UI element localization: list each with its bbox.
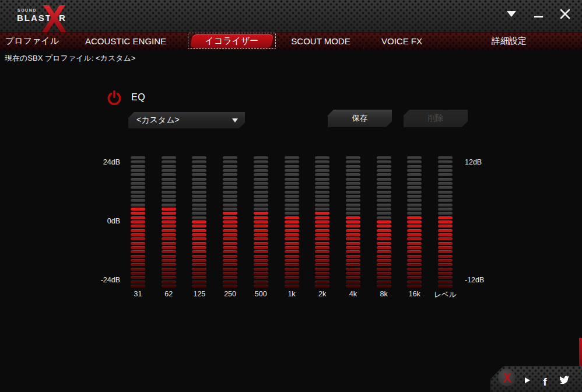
- tab-voice-fx[interactable]: VOICE FX: [365, 33, 439, 50]
- eq-band-slider-62[interactable]: [162, 156, 176, 289]
- tab-イコライザー[interactable]: イコライザー: [187, 33, 276, 50]
- eq-segment-lit: [223, 259, 237, 262]
- eq-band-slider-16k[interactable]: [407, 156, 422, 289]
- eq-segment-lit: [315, 225, 329, 228]
- eq-segment-lit: [192, 285, 206, 288]
- eq-segment-unlit: [438, 199, 453, 202]
- eq-segment-lit: [315, 281, 329, 284]
- eq-segment-lit: [438, 242, 453, 245]
- eq-band-slider-250[interactable]: [223, 156, 237, 289]
- eq-segment-lit: [131, 263, 145, 266]
- eq-segment-unlit: [438, 212, 453, 215]
- eq-segment-lit: [285, 220, 299, 223]
- facebook-icon[interactable]: f: [538, 373, 552, 387]
- eq-segment-unlit: [377, 156, 391, 159]
- eq-band-slider-500[interactable]: [254, 156, 268, 289]
- save-button[interactable]: 保存: [328, 110, 392, 127]
- eq-band-slider-1k[interactable]: [285, 156, 299, 289]
- blasterx-hide-button[interactable]: [498, 369, 516, 386]
- eq-scale-label-right: 12dB: [465, 158, 500, 166]
- eq-segment-lit: [407, 268, 422, 271]
- eq-segment-lit: [315, 285, 329, 288]
- menu-arrow-icon[interactable]: [505, 7, 518, 21]
- eq-segment-lit: [285, 255, 299, 258]
- eq-segment-lit: [407, 242, 422, 245]
- eq-segment-lit: [346, 263, 360, 266]
- eq-segment-unlit: [192, 191, 206, 194]
- eq-segment-lit: [346, 276, 360, 279]
- eq-segment-lit: [192, 276, 206, 279]
- eq-segment-lit: [377, 237, 391, 240]
- eq-segment-unlit: [254, 173, 268, 176]
- eq-segment-unlit: [346, 195, 360, 198]
- eq-segment-lit: [438, 246, 453, 249]
- eq-segment-lit: [254, 255, 268, 258]
- eq-segment-unlit: [315, 191, 329, 194]
- eq-segment-lit: [131, 255, 145, 258]
- eq-segment-unlit: [285, 182, 299, 185]
- eq-segment-lit: [315, 276, 329, 279]
- eq-segment-lit: [223, 242, 237, 245]
- eq-band-slider-8k[interactable]: [377, 156, 391, 289]
- eq-segment-lit: [162, 233, 176, 236]
- eq-segment-lit: [223, 255, 237, 258]
- tab-プロファイル[interactable]: プロファイル: [0, 33, 64, 50]
- eq-segment-lit: [223, 246, 237, 249]
- close-button[interactable]: [559, 7, 572, 21]
- eq-power-button[interactable]: [106, 90, 122, 106]
- minimize-button[interactable]: [532, 7, 545, 21]
- eq-segment-unlit: [346, 160, 360, 163]
- eq-segment-lit: [377, 259, 391, 262]
- eq-segment-lit: [162, 242, 176, 245]
- eq-segment-unlit: [223, 165, 237, 168]
- eq-segment-lit: [223, 212, 237, 215]
- youtube-icon[interactable]: [520, 373, 534, 387]
- eq-segment-unlit: [285, 195, 299, 198]
- eq-band-slider-2k[interactable]: [315, 156, 329, 289]
- eq-segment-unlit: [377, 212, 391, 215]
- eq-segment-lit: [131, 225, 145, 228]
- eq-segment-lit: [407, 255, 422, 258]
- delete-button[interactable]: 削除: [404, 110, 468, 127]
- eq-segment-unlit: [254, 156, 268, 159]
- eq-segment-lit: [162, 246, 176, 249]
- eq-segment-lit: [254, 263, 268, 266]
- eq-segment-lit: [407, 272, 422, 275]
- titlebar: SOUND BLASTER: [0, 0, 582, 33]
- eq-segment-lit: [377, 272, 391, 275]
- eq-segment-unlit: [254, 208, 268, 211]
- eq-band-slider-31[interactable]: [131, 156, 145, 289]
- eq-segment-unlit: [162, 156, 176, 159]
- twitter-icon[interactable]: [557, 373, 572, 387]
- eq-segment-unlit: [315, 178, 329, 181]
- eq-preset-select[interactable]: <カスタム>: [128, 112, 245, 128]
- tab-scout-mode[interactable]: SCOUT MODE: [276, 33, 365, 50]
- eq-segment-unlit: [407, 182, 422, 185]
- eq-segment-lit: [192, 233, 206, 236]
- eq-band-slider-レベル[interactable]: [438, 156, 453, 289]
- eq-segment-lit: [407, 281, 422, 284]
- eq-segment-unlit: [192, 160, 206, 163]
- eq-segment-lit: [315, 263, 329, 266]
- eq-segment-unlit: [162, 182, 176, 185]
- tab-label: プロファイル: [5, 36, 59, 47]
- eq-band-slider-4k[interactable]: [346, 156, 360, 289]
- eq-segment-lit: [315, 255, 329, 258]
- eq-segment-lit: [315, 242, 329, 245]
- eq-segment-lit: [223, 285, 237, 288]
- eq-segment-unlit: [346, 204, 360, 206]
- eq-segment-lit: [377, 276, 391, 279]
- side-panel-handle[interactable]: [579, 338, 582, 366]
- eq-segment-lit: [223, 229, 237, 232]
- eq-segment-unlit: [254, 169, 268, 172]
- tab-詳細設定[interactable]: 詳細設定: [465, 33, 553, 50]
- eq-band-slider-125[interactable]: [192, 156, 206, 289]
- eq-segment-unlit: [346, 182, 360, 185]
- eq-segment-lit: [131, 216, 145, 219]
- tab-acoustic-engine[interactable]: ACOUSTIC ENGINE: [64, 33, 187, 50]
- eq-segment-lit: [285, 263, 299, 266]
- eq-segment-lit: [162, 237, 176, 240]
- eq-segment-lit: [377, 229, 391, 232]
- eq-segment-lit: [223, 272, 237, 275]
- eq-segment-unlit: [315, 169, 329, 172]
